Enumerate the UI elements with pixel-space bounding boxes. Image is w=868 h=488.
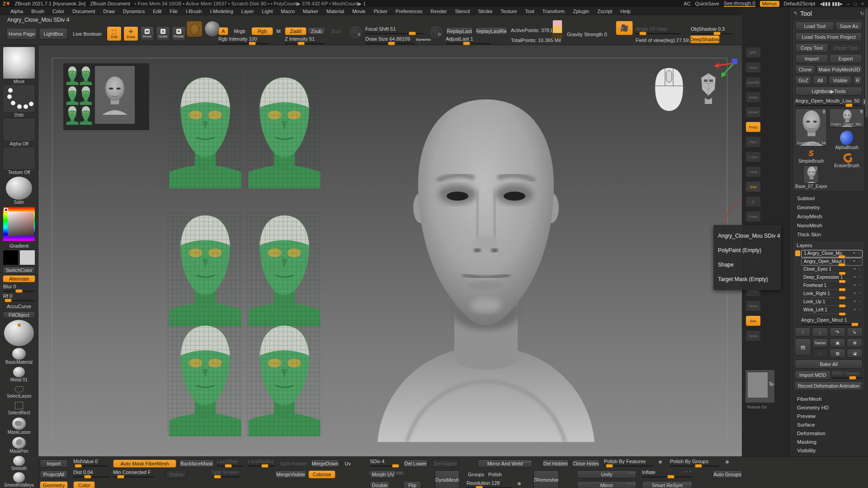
menu-item[interactable]: Document — [68, 7, 99, 15]
layer-eye-icons[interactable]: ● ○ — [854, 267, 862, 271]
layer-intensity-slider[interactable]: Angry_Open_Mout 1 — [801, 317, 861, 325]
make-polymesh3d-button[interactable]: Make PolyMesh3D — [816, 65, 862, 74]
zsub-button[interactable]: Zsub — [307, 27, 326, 35]
layer-row[interactable]: Look_Up 1 ● ○ — [801, 299, 863, 306]
switch-color-button[interactable]: SwitchColor — [3, 267, 35, 274]
right-shelf-button[interactable]: Local — [745, 166, 761, 177]
deep-shadow-button[interactable]: DeepShadow — [690, 35, 720, 43]
del-hidden-button[interactable]: Del Hidden — [542, 460, 569, 468]
layer-eye-icons[interactable]: ● ○ — [854, 307, 862, 311]
layer-row[interactable]: Forehead 1 ● ○ — [801, 282, 863, 290]
mini-green-head[interactable] — [80, 106, 92, 125]
tool-section-header[interactable]: Preview — [793, 412, 865, 420]
green-head-4[interactable] — [246, 212, 322, 326]
unify-button[interactable]: Unifyx y z — [577, 470, 637, 479]
midvalue-slider[interactable]: MidValue 0 — [73, 459, 108, 467]
flip-button[interactable]: Flip — [403, 481, 421, 488]
menu-item[interactable]: Movie — [348, 7, 369, 15]
import-mdd-button[interactable]: Import MDD — [795, 371, 831, 380]
accucurve-button[interactable]: AccuCurve — [3, 303, 35, 310]
menu-item[interactable]: Macro — [277, 7, 299, 15]
menu-item[interactable]: Dynamics — [119, 7, 149, 15]
tool-section-header[interactable]: Visibility — [793, 446, 865, 455]
active-tool-thumbnail[interactable]: 9 Angry_Open_Mo — [795, 108, 827, 146]
layers-section-header[interactable]: Layers — [795, 242, 863, 250]
right-shelf-button[interactable]: Zoom3D — [745, 77, 761, 88]
import-button-bottom[interactable]: Import — [40, 460, 68, 468]
layer-eye-icons[interactable]: ● ○ — [853, 259, 861, 263]
menu-item[interactable]: Transform — [538, 7, 569, 15]
menu-item[interactable]: Render — [426, 7, 451, 15]
mini-green-head[interactable] — [80, 66, 92, 85]
green-head-3[interactable] — [167, 212, 243, 326]
layer-icon-1[interactable]: ▱ — [812, 349, 828, 358]
export-button[interactable]: Export — [830, 54, 863, 63]
live-boolean-button[interactable]: Live Boolean — [70, 28, 105, 40]
quicksave-button[interactable]: QuickSave — [695, 1, 719, 6]
groups-button[interactable]: Groups — [467, 470, 486, 479]
menu-item[interactable]: File — [165, 7, 182, 15]
tool-section-header[interactable]: Surface — [793, 420, 865, 429]
panel-flip-icon[interactable]: ↰ — [793, 10, 797, 17]
dist-slider[interactable]: Dist 0.04 — [73, 469, 109, 478]
color-picker[interactable] — [3, 207, 35, 241]
import-button[interactable]: Import — [795, 54, 828, 63]
layer-row[interactable]: Angry_Open_Mout 1 ● ○ — [801, 258, 863, 266]
mask-pen-sphere[interactable] — [12, 437, 26, 449]
layer-duplicate-button[interactable]: ▣ — [830, 338, 845, 347]
alpha-channel-button[interactable]: A — [218, 27, 228, 35]
draw-size-slider[interactable]: Draw Size 64.88109 — [365, 36, 414, 44]
brush-thumbnail[interactable] — [3, 47, 35, 79]
right-shelf-button[interactable]: L.Sym — [745, 151, 761, 162]
tool-section-header[interactable]: Masking — [793, 437, 865, 446]
polish-button[interactable]: Polish — [486, 470, 504, 479]
resolution-slider[interactable]: Resolution 128 — [467, 480, 512, 488]
menu-item[interactable]: Marker — [299, 7, 322, 15]
uv-button[interactable]: Uv — [342, 460, 354, 468]
lightbox-button[interactable]: LightBox — [39, 28, 68, 40]
smart-resym-button[interactable]: Smart ReSymx y z — [642, 481, 693, 488]
stroke-thumbnail[interactable] — [3, 84, 35, 113]
menu-item[interactable]: Material — [322, 7, 348, 15]
menu-item[interactable]: Preferences — [392, 7, 426, 15]
dynamesh-button[interactable]: DynaMesh — [435, 470, 459, 488]
layer-up-button[interactable]: ↑ — [795, 328, 811, 337]
geometry-button[interactable]: Geometry — [40, 481, 68, 488]
alpha-thumbnail[interactable] — [3, 118, 35, 142]
load-tool-button[interactable]: Load Tool — [795, 22, 834, 31]
layer-row[interactable]: Deep_Expression 1 ● ○ — [801, 274, 863, 282]
gravity-icon[interactable] — [552, 20, 562, 38]
right-shelf-button[interactable]: Frame — [745, 211, 761, 222]
right-shelf-button[interactable]: Solo — [745, 315, 761, 326]
secondary-color-swatch[interactable] — [19, 250, 35, 265]
base-tool-thumbnail[interactable]: 13 — [803, 165, 819, 183]
menu-item[interactable]: Tool — [521, 7, 538, 15]
layer-merge-down-button[interactable]: ↷ — [830, 328, 845, 337]
layer-new-button[interactable]: ▤ — [795, 338, 811, 356]
focal-shift-slider[interactable]: Focal Shift 51 — [365, 26, 424, 34]
thumbnail-panel[interactable] — [63, 63, 149, 130]
texture-thumbnail[interactable] — [3, 147, 35, 170]
eraser-brush-icon[interactable] — [841, 153, 853, 163]
copy-tool-button[interactable]: Copy Tool — [795, 43, 828, 52]
popup-menu-item[interactable]: Target Mask (Empty) — [713, 272, 781, 286]
double-button[interactable]: Double — [370, 481, 390, 488]
m-button[interactable]: M — [274, 27, 283, 35]
menu-item[interactable]: Edit — [149, 7, 165, 15]
popup-menu-item[interactable]: Angry_Close_Mou SDiv 4 — [713, 229, 781, 243]
default-zscript-button[interactable]: DefaultZScript — [784, 1, 816, 6]
inflate-slider[interactable]: Inflatex y z — [642, 469, 693, 478]
polish-by-features-slider[interactable]: Polish By Features — [604, 459, 653, 467]
goz-all-button[interactable]: All — [813, 76, 827, 85]
alpha-brush-icon[interactable] — [838, 129, 856, 147]
resolution-toggle[interactable] — [518, 482, 521, 485]
recent-tool-thumbnail[interactable]: 9 Angry_Open_Mo — [829, 108, 864, 127]
sdiv-slider[interactable]: SDiv 4 — [370, 459, 401, 467]
simple-brush-icon[interactable]: S — [808, 149, 813, 158]
menu-item[interactable]: Draw — [99, 7, 119, 15]
mini-green-head[interactable] — [80, 86, 92, 105]
right-shelf-button[interactable]: Q — [745, 196, 761, 207]
see-through-slider[interactable]: See-through 0 — [724, 0, 755, 7]
alternate-button[interactable]: Alternate — [3, 275, 35, 282]
window-controls[interactable]: – □ × — [847, 1, 865, 6]
